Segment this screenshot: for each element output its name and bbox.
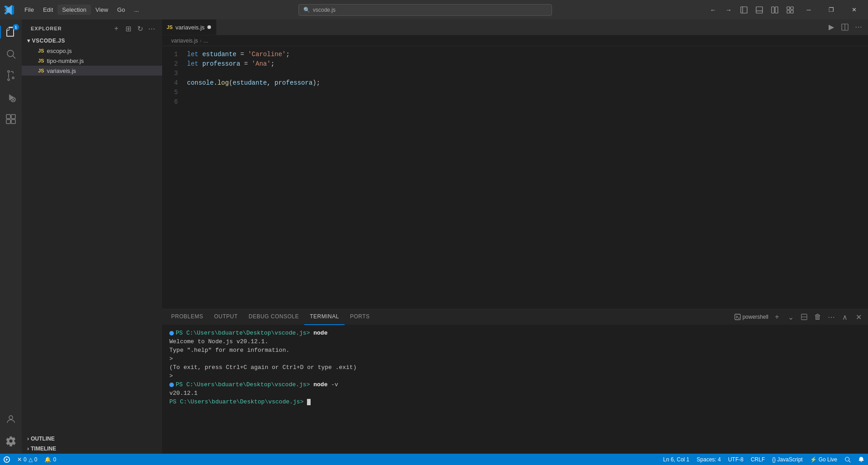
status-language-mode[interactable]: {} JavaScript (768, 454, 806, 465)
breadcrumb: variaveis.js › ... (162, 35, 868, 46)
menu-view[interactable]: View (91, 5, 113, 15)
file-item-variaveis[interactable]: JS variaveis.js (22, 66, 162, 76)
editor-area: JS variaveis.js ▶ ⋯ variaveis.js › ... (162, 19, 868, 454)
sidebar-actions: + ⊞ ↻ ⋯ (111, 24, 157, 34)
menu-edit[interactable]: Edit (38, 5, 58, 15)
js-tab-icon: JS (167, 24, 173, 30)
error-icon: ✕ (17, 456, 22, 463)
svg-rect-16 (11, 120, 15, 124)
code-line-4: 4 console.log(estudante, professora); (162, 78, 868, 88)
svg-point-24 (845, 457, 849, 461)
file-item-tipo-number[interactable]: JS tipo-number.js (22, 56, 162, 66)
file-name-escopo: escopo.js (47, 48, 72, 54)
kill-terminal-button[interactable]: 🗑 (812, 311, 824, 323)
more-terminal-button[interactable]: ⋯ (825, 311, 837, 323)
terminal-cmd-node-v: node (313, 381, 327, 388)
split-terminal-icon[interactable] (798, 311, 810, 323)
line-number-1: 1 (162, 50, 187, 59)
menu-selection[interactable]: Selection (58, 5, 91, 15)
svg-rect-9 (791, 10, 793, 13)
command-search-bar[interactable]: 🔍 vscode.js (298, 4, 552, 16)
split-editor-button[interactable] (839, 21, 851, 33)
panel-tabs: PROBLEMS OUTPUT DEBUG CONSOLE TERMINAL P… (162, 309, 868, 325)
restore-button[interactable]: ❐ (821, 0, 842, 19)
terminal[interactable]: PS C:\Users\bduarte\Desktop\vscode.js> n… (162, 325, 868, 454)
close-panel-button[interactable]: ✕ (853, 311, 864, 323)
svg-rect-8 (787, 10, 790, 13)
panel-tab-terminal[interactable]: TERMINAL (304, 309, 345, 325)
status-zoom[interactable] (841, 454, 854, 465)
menu-go[interactable]: Go (113, 5, 129, 15)
outline-section[interactable]: › OUTLINE (22, 434, 162, 444)
menu-file[interactable]: File (20, 5, 38, 15)
new-terminal-button[interactable]: + (771, 311, 783, 323)
activity-source-control[interactable] (0, 65, 22, 86)
terminal-prompt-2: PS C:\Users\bduarte\Desktop\vscode.js> (176, 381, 310, 388)
status-line-ending[interactable]: CRLF (747, 454, 768, 465)
run-file-button[interactable]: ▶ (825, 21, 837, 33)
line-number-5: 5 (162, 88, 187, 97)
status-spaces[interactable]: Spaces: 4 (693, 454, 724, 465)
panel-tab-debug-console[interactable]: DEBUG CONSOLE (243, 309, 304, 325)
refresh-explorer-button[interactable]: ↻ (135, 24, 145, 34)
tab-variaveis[interactable]: JS variaveis.js (162, 19, 216, 35)
minimize-button[interactable]: ─ (798, 0, 819, 19)
terminal-line-1: PS C:\Users\bduarte\Desktop\vscode.js> n… (169, 329, 861, 337)
status-info-count[interactable]: 🔔 0 (41, 454, 60, 465)
code-line-2: 2 let professora = 'Ana'; (162, 59, 868, 69)
panel-tab-output[interactable]: OUTPUT (209, 309, 243, 325)
terminal-line-7: PS C:\Users\bduarte\Desktop\vscode.js> n… (169, 380, 861, 389)
terminal-prompt: PS C:\Users\bduarte\Desktop\vscode.js> (176, 330, 310, 336)
activity-extensions[interactable] (0, 108, 22, 130)
activity-search[interactable] (0, 43, 22, 65)
language-text: {} JavaScript (772, 456, 802, 463)
forward-button[interactable]: → (722, 4, 735, 16)
tab-filename: variaveis.js (175, 24, 204, 31)
new-folder-button[interactable]: ⊞ (123, 24, 133, 34)
folder-section: ▾ VSCODE.JS JS escopo.js JS tipo-number.… (22, 36, 162, 76)
status-remote-button[interactable] (0, 454, 14, 465)
status-errors-warnings[interactable]: ✕ 0 △ 0 (14, 454, 41, 465)
svg-rect-0 (741, 7, 747, 13)
sidebar-bottom: › OUTLINE › TIMELINE (22, 434, 162, 454)
customize-layout-button[interactable] (784, 4, 796, 16)
timeline-section[interactable]: › TIMELINE (22, 444, 162, 454)
titlebar: File Edit Selection View Go ... 🔍 vscode… (0, 0, 868, 19)
folder-vscode-js[interactable]: ▾ VSCODE.JS (22, 36, 162, 46)
new-file-button[interactable]: + (111, 24, 121, 34)
powershell-label-text: powershell (743, 314, 768, 320)
timeline-label: TIMELINE (31, 446, 56, 452)
chevron-down-icon: ▾ (27, 38, 30, 44)
title-controls: ← → (707, 4, 796, 16)
activity-explorer[interactable]: 1 (0, 21, 22, 43)
toggle-panel-button[interactable] (753, 4, 766, 16)
warning-icon: △ (29, 456, 33, 463)
status-cursor-position[interactable]: Ln 6, Col 1 (660, 454, 693, 465)
status-encoding[interactable]: UTF-8 (724, 454, 747, 465)
more-actions-button[interactable]: ⋯ (853, 21, 864, 33)
file-item-escopo[interactable]: JS escopo.js (22, 46, 162, 56)
terminal-prompt-dot-2 (169, 383, 174, 387)
collapse-all-button[interactable]: ⋯ (147, 24, 157, 34)
toggle-sidebar-button[interactable] (738, 4, 750, 16)
line-code-2: let professora = 'Ana'; (187, 59, 868, 69)
activity-run-debug[interactable] (0, 86, 22, 108)
svg-rect-2 (756, 7, 762, 13)
toggle-editor-button[interactable] (768, 4, 781, 16)
back-button[interactable]: ← (707, 4, 719, 16)
panel-tab-ports[interactable]: PORTS (345, 309, 375, 325)
menu-bar: File Edit Selection View Go ... (20, 5, 144, 15)
title-search-area: 🔍 vscode.js (145, 4, 705, 16)
maximize-panel-button[interactable]: ∧ (839, 311, 851, 323)
status-go-live[interactable]: ⚡ Go Live (806, 454, 841, 465)
activity-account[interactable] (0, 408, 22, 430)
activity-settings[interactable] (0, 430, 22, 452)
svg-rect-4 (772, 7, 774, 13)
code-editor[interactable]: 1 let estudante = 'Caroline'; 2 let prof… (162, 46, 868, 309)
folder-label: VSCODE.JS (32, 38, 65, 44)
panel-tab-problems[interactable]: PROBLEMS (166, 309, 209, 325)
split-terminal-button[interactable]: ⌄ (785, 311, 796, 323)
status-notifications[interactable] (854, 454, 868, 465)
close-button[interactable]: ✕ (844, 0, 864, 19)
menu-more[interactable]: ... (129, 5, 144, 15)
